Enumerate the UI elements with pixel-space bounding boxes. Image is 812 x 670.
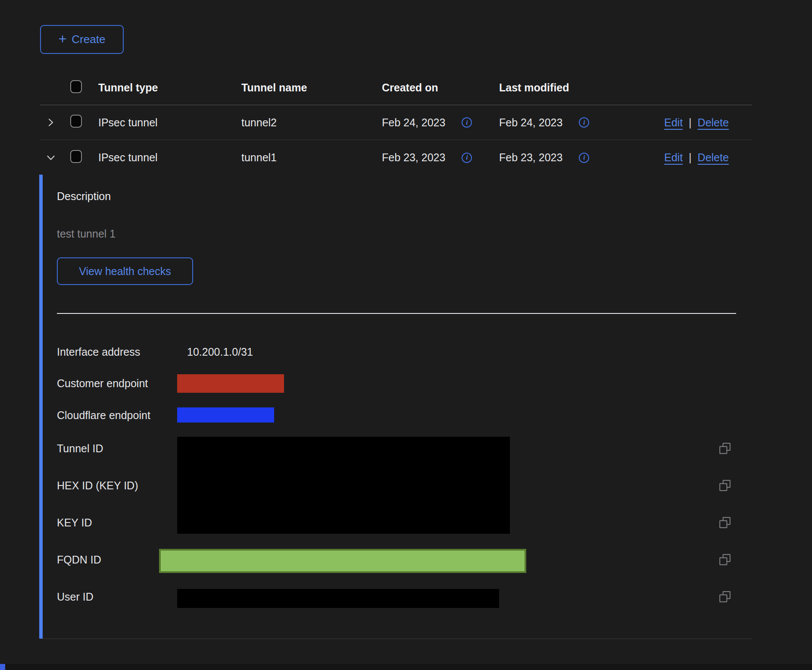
action-separator: | [689,116,692,129]
tunnel-name-cell: tunnel2 [241,116,382,129]
create-button[interactable]: + Create [40,25,124,54]
fqdn-id-label: FQDN ID [57,554,101,566]
last-modified-cell: Feb 24, 2023 [499,116,562,129]
copy-fqdn-id-button[interactable] [718,553,732,567]
panel-bottom-divider [40,639,752,639]
description-label: Description [57,190,111,203]
redacted-cloudflare-endpoint-value [177,407,274,423]
row-checkbox[interactable] [70,115,82,128]
copy-icon [718,516,731,529]
edit-link[interactable]: Edit [664,151,683,164]
delete-link[interactable]: Delete [698,151,729,164]
copy-icon [718,553,731,566]
created-on-cell: Feb 23, 2023 [382,151,445,164]
chevron-down-icon [46,153,56,163]
tunnels-page: + Create Tunnel type Tunnel name Created… [0,0,812,670]
delete-link[interactable]: Delete [698,116,729,129]
chevron-right-icon [46,117,56,128]
tunnel-name-cell: tunnel1 [241,151,382,164]
redacted-customer-endpoint-value [177,374,284,393]
customer-endpoint-label: Customer endpoint [57,377,148,390]
select-all-checkbox[interactable] [70,80,82,93]
redacted-user-id-value [177,589,499,608]
copy-user-id-button[interactable] [718,590,732,604]
created-on-cell: Feb 24, 2023 [382,116,445,129]
section-divider [57,313,736,314]
create-button-label: Create [72,33,105,46]
copy-key-id-button[interactable] [718,516,732,530]
row-checkbox[interactable] [70,150,82,163]
redacted-tunnel-hex-key-id-values [177,437,510,534]
tunnel-type-cell: IPsec tunnel [98,151,241,164]
tunnels-table: Tunnel type Tunnel name Created on Last … [40,71,752,175]
tunnel-id-label: Tunnel ID [57,442,103,455]
hex-id-label: HEX ID (KEY ID) [57,479,138,492]
redacted-fqdn-id-value [159,549,526,573]
interface-address-label: Interface address [57,346,140,358]
expand-row-button[interactable] [46,117,56,128]
table-row: IPsec tunnel tunnel1 Feb 23, 2023 i Feb … [40,140,752,175]
view-health-checks-button[interactable]: View health checks [57,257,193,285]
cloudflare-endpoint-label: Cloudflare endpoint [57,409,150,422]
description-value: test tunnel 1 [57,228,116,240]
copy-hex-id-button[interactable] [718,479,732,493]
header-last-modified: Last modified [499,81,664,94]
table-header-row: Tunnel type Tunnel name Created on Last … [40,71,752,105]
info-icon[interactable]: i [462,153,472,163]
copy-icon [718,590,731,603]
header-tunnel-name: Tunnel name [241,81,382,94]
bottom-left-accent [0,664,5,670]
edit-link[interactable]: Edit [664,116,683,129]
tunnel-type-cell: IPsec tunnel [98,116,241,129]
info-icon[interactable]: i [579,153,589,163]
copy-icon [718,479,731,492]
info-icon[interactable]: i [579,117,589,128]
expanded-panel-accent-bar [39,175,43,639]
last-modified-cell: Feb 23, 2023 [499,151,562,164]
collapse-row-button[interactable] [46,153,56,163]
header-tunnel-type: Tunnel type [98,81,241,94]
copy-icon [718,442,731,455]
header-created-on: Created on [382,81,499,94]
table-row: IPsec tunnel tunnel2 Feb 24, 2023 i Feb … [40,105,752,140]
plus-icon: + [59,32,67,46]
copy-tunnel-id-button[interactable] [718,442,732,456]
info-icon[interactable]: i [462,117,472,128]
interface-address-value: 10.200.1.0/31 [187,346,253,358]
window-bottom-edge [0,664,812,670]
key-id-label: KEY ID [57,517,92,529]
action-separator: | [689,151,692,164]
user-id-label: User ID [57,591,94,603]
